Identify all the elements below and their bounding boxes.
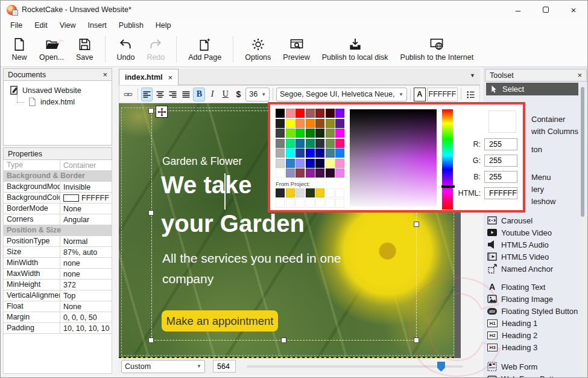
property-value[interactable]: None (60, 301, 112, 312)
palette-swatch[interactable] (276, 149, 285, 158)
palette-swatch[interactable] (276, 159, 285, 168)
property-row-maxwidth[interactable]: MaxWidthnone (3, 269, 112, 280)
palette-swatch[interactable] (296, 119, 305, 128)
hero-subtitle-text[interactable]: Garden & Flower (162, 155, 242, 168)
preview-width-slider[interactable] (247, 365, 463, 368)
property-value[interactable]: None (60, 203, 112, 214)
palette-swatch[interactable] (335, 159, 344, 168)
property-value[interactable]: none (60, 269, 112, 279)
project-color-swatch[interactable] (296, 188, 305, 197)
font-color-hex-field[interactable]: FFFFFF (427, 88, 458, 101)
red-input[interactable] (484, 138, 517, 150)
menu-file[interactable]: File (4, 20, 28, 31)
slider-thumb[interactable] (437, 362, 445, 372)
project-color-swatch[interactable] (315, 188, 324, 197)
property-value[interactable]: Container (60, 160, 112, 170)
save-button[interactable]: Save (70, 35, 100, 64)
toolset-item-youtube-video[interactable]: Youtube Video (485, 226, 580, 239)
toolset-item-heading-2[interactable]: H2Heading 2 (485, 329, 580, 341)
toolset-item-named-anchor[interactable]: Named Anchor (485, 263, 580, 275)
project-color-swatch[interactable] (306, 188, 315, 197)
property-value[interactable]: Angular (60, 214, 112, 225)
palette-swatch[interactable] (335, 149, 344, 158)
open-button[interactable]: Open... (33, 35, 70, 64)
resize-handle-bottom-right[interactable] (414, 338, 419, 343)
italic-button[interactable]: I (206, 88, 218, 101)
hero-body-line2[interactable]: company (162, 272, 213, 286)
palette-swatch[interactable] (326, 109, 335, 118)
publish-to-local-disk-button[interactable]: Publish to local disk (316, 35, 394, 64)
palette-swatch[interactable] (296, 168, 305, 178)
palette-swatch[interactable] (306, 139, 315, 148)
menu-view[interactable]: View (54, 20, 82, 31)
project-color-swatch[interactable] (335, 188, 344, 197)
project-color-swatch[interactable] (296, 199, 305, 208)
blue-input[interactable] (484, 171, 517, 183)
palette-swatch[interactable] (286, 149, 295, 158)
property-value[interactable]: Top (60, 290, 112, 301)
toolset-item-html5-audio[interactable]: HTML5 Audio (485, 239, 580, 251)
palette-swatch[interactable] (286, 119, 295, 128)
list-button[interactable] (464, 88, 476, 101)
palette-swatch[interactable] (296, 129, 305, 138)
options-button[interactable]: Options (239, 35, 277, 64)
tree-item-index-html[interactable]: index.html (4, 96, 112, 107)
palette-swatch[interactable] (276, 119, 285, 128)
palette-swatch[interactable] (276, 139, 285, 148)
property-value[interactable]: none (60, 258, 112, 268)
toolset-item-floating-styled-button[interactable]: abrFloating Styled Button (485, 305, 580, 317)
palette-swatch[interactable] (335, 109, 344, 118)
underline-button[interactable]: U (220, 88, 232, 101)
property-row-size[interactable]: Size87%, auto (3, 247, 112, 258)
maximize-button[interactable] (532, 1, 560, 19)
palette-swatch[interactable] (286, 168, 295, 178)
palette-swatch[interactable] (326, 168, 335, 178)
palette-swatch[interactable] (296, 149, 305, 158)
bold-button[interactable]: B (193, 88, 205, 101)
palette-swatch[interactable] (315, 109, 324, 118)
property-value[interactable]: 372 (60, 280, 112, 290)
menu-publish[interactable]: Publish (113, 20, 150, 31)
property-row-minheight[interactable]: MinHeight372 (3, 280, 112, 290)
resize-handle-top-left[interactable] (148, 108, 154, 114)
property-value[interactable]: 0, 0, 0, 50 (60, 312, 112, 322)
preview-button[interactable]: Preview (277, 35, 315, 64)
publish-to-the-internet-button[interactable]: Publish to the Internet (394, 35, 480, 64)
new-button[interactable]: New (5, 35, 33, 64)
tab-index-html[interactable]: index.html × (119, 69, 179, 85)
html-input[interactable] (484, 187, 517, 199)
preview-width-input[interactable] (213, 360, 236, 373)
hero-headline-line2[interactable]: your Garden (161, 210, 305, 237)
palette-swatch[interactable] (306, 159, 315, 168)
property-value[interactable]: 10, 10, 10, 10 (60, 323, 112, 333)
property-row-margin[interactable]: Margin0, 0, 0, 50 (3, 312, 112, 323)
font-size-select[interactable]: 36 ▼ (245, 88, 270, 101)
scrollbar-thumb[interactable] (581, 87, 584, 217)
tab-close-icon[interactable]: × (168, 73, 173, 82)
palette-swatch[interactable] (335, 129, 344, 138)
palette-swatch[interactable] (306, 129, 315, 138)
property-row-backgroundmode[interactable]: BackgroundModeInvisible (3, 182, 112, 193)
palette-swatch[interactable] (335, 139, 344, 148)
property-row-bordermode[interactable]: BorderModeNone (3, 203, 112, 214)
undo-button[interactable]: Undo (111, 35, 141, 64)
menu-help[interactable]: Help (150, 20, 177, 31)
toolset-item-heading-1[interactable]: H1Heading 1 (485, 317, 580, 329)
palette-swatch[interactable] (286, 109, 295, 118)
property-value[interactable]: FFFFFF (60, 193, 112, 203)
appointment-button[interactable]: Make an appointment (162, 310, 278, 332)
project-color-swatch[interactable] (286, 188, 295, 197)
resize-handle-left[interactable] (148, 210, 154, 216)
resize-handle-bottom-center[interactable] (281, 338, 286, 343)
toolset-item-carousel[interactable]: Carousel (485, 214, 580, 226)
palette-swatch[interactable] (276, 168, 285, 178)
project-color-swatch[interactable] (276, 199, 285, 208)
project-color-swatch[interactable] (276, 188, 285, 197)
project-color-swatch[interactable] (326, 199, 335, 208)
hero-headline-line1[interactable]: We take (161, 171, 251, 199)
hyperlink-button[interactable] (122, 88, 134, 101)
palette-swatch[interactable] (286, 129, 295, 138)
resize-handle-right[interactable] (414, 222, 419, 227)
font-family-select[interactable]: Segoe, Segoe UI, Helvetica Neue, san ▼ (276, 88, 407, 101)
project-color-swatch[interactable] (286, 199, 295, 208)
